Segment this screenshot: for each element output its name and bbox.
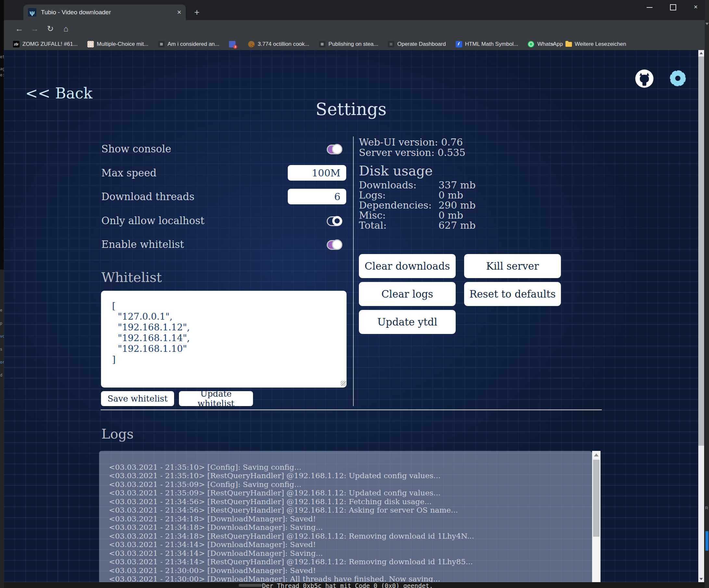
whitelist-heading: Whitelist [101,270,162,285]
unity-cube-dark-favicon-icon [388,41,394,47]
clear-downloads-button[interactable]: Clear downloads [359,254,456,278]
other-bookmarks-button[interactable]: Weitere Lesezeichen [566,41,626,47]
webui-version: Web-UI version: 0.76 [359,136,463,148]
page-scrollbar[interactable] [698,50,704,582]
bookmark-item[interactable]: Multiple-Choice mit... [87,41,149,47]
reset-to-defaults-button[interactable]: Reset to defaults [464,282,561,306]
bookmarks-divider [560,41,560,48]
window-maximize-button[interactable] [666,3,679,12]
browser-window: ψ Tubio - Video downloader × + × ← → ↻ ⌂… [4,0,705,582]
background-hscrollbar-thumb [239,584,262,587]
page-scrollbar-thumb[interactable] [698,56,704,446]
enable-whitelist-label: Enable whitelist [101,238,184,250]
code-fragment: p [0,321,2,326]
whitelist-textarea[interactable]: [ "127.0.0.1", "192.168.1.12", "192.168.… [101,291,346,388]
textarea-resize-handle[interactable] [341,381,346,386]
log-line: <03.03.2021 - 21:34:14> [DownloadManager… [109,540,316,549]
reload-button[interactable]: ↻ [45,24,56,33]
column-divider [353,136,354,406]
section-divider [101,409,602,410]
log-line: <03.03.2021 - 21:35:09> [Config]: Saving… [109,480,301,489]
bookmark-item[interactable]: 3 [229,41,238,47]
disk-row-logs: Logs:0 mb [359,189,515,201]
background-window-left-edge: et ag e: e p vo s or d [0,0,4,588]
bookmarks-bar: z0rZOMG ZUFALL! #61... Multiple-Choice m… [4,39,705,50]
back-button[interactable]: ← [14,24,25,33]
kill-server-button[interactable]: Kill server [464,254,561,278]
code-fragment: e [0,308,2,312]
tab-close-icon[interactable]: × [177,8,181,17]
cookie-favicon-icon [248,41,255,47]
log-line: <03.03.2021 - 21:35:10> [Config]: Saving… [109,463,301,472]
log-line: <03.03.2021 - 21:34:18> [DownloadManager… [109,515,316,523]
folder-icon [566,42,572,47]
log-line: <03.03.2021 - 21:34:18> [DownloadManager… [109,523,323,532]
bookmark-item[interactable]: 3.774 octillion cook... [248,41,309,47]
log-line: <03.03.2021 - 21:35:10> [RestQueryHandle… [109,471,440,480]
save-whitelist-button[interactable]: Save whitelist [101,391,174,406]
disk-row-total: Total:627 mb [359,220,515,231]
new-tab-button[interactable]: + [194,8,200,17]
unity-cube-favicon-icon [158,41,165,47]
window-minimize-button[interactable] [643,3,656,11]
page-scrollbar-down-arrow-icon[interactable] [700,578,703,580]
enable-whitelist-toggle[interactable] [327,240,342,250]
logs-scrollbar[interactable] [592,451,601,582]
clear-logs-button[interactable]: Clear logs [359,282,456,306]
server-version: Server version: 0.535 [359,147,466,158]
scroll-arrow-icon [705,23,709,25]
background-window-right-edge: R [705,0,709,588]
bookmark-item[interactable]: Am i considered an... [158,41,219,47]
download-threads-label: Download threads [101,191,194,202]
log-line: <03.03.2021 - 21:34:18> [RestQueryHandle… [109,532,474,541]
log-line: <03.03.2021 - 21:34:56> [RestQueryHandle… [109,506,458,515]
spiral-favicon-icon [87,41,94,47]
max-speed-input[interactable] [288,165,346,181]
disk-row-dependencies: Dependencies:290 mb [359,200,515,211]
only-allow-localhost-toggle[interactable] [327,216,342,226]
tubio-settings-page: << Back Settings Show console Max speed … [4,50,698,582]
unity-cube-favicon-icon [319,41,325,47]
vs-output-text: Der Thread 0xb5c hat mit Code 0 (0x0) ge… [262,582,433,588]
log-line: <03.03.2021 - 21:35:09> [RestQueryHandle… [109,489,440,497]
home-button[interactable]: ⌂ [60,24,72,33]
log-line: <03.03.2021 - 21:30:00> [DownloadManager… [109,566,316,575]
window-close-button[interactable]: × [689,3,702,11]
page-scrollbar-up-arrow-icon[interactable] [700,52,703,54]
max-speed-label: Max speed [101,167,157,179]
code-fragment: s [0,347,2,352]
update-ytdl-button[interactable]: Update ytdl [359,310,456,334]
tab-title: Tubio - Video downloader [41,9,174,16]
logs-heading: Logs [101,426,133,442]
disk-row-downloads: Downloads:337 mb [359,179,515,191]
show-console-toggle[interactable] [327,145,342,154]
blue-badge-favicon-icon: 3 [229,41,235,47]
github-icon[interactable] [635,70,654,88]
code-fragment: d [0,373,2,378]
whatsapp-favicon-icon [528,41,534,47]
browser-tab[interactable]: ψ Tubio - Video downloader × [23,4,186,20]
z0r-favicon-icon: z0r [13,41,20,47]
bookmark-item[interactable]: Publishing on stea... [319,41,378,47]
logs-scrollbar-up-arrow-icon[interactable] [594,454,599,456]
bookmark-item[interactable]: Operate Dashboard [388,41,446,47]
bookmarks-overflow-chevron[interactable]: » [551,41,555,48]
disk-row-misc: Misc:0 mb [359,209,515,221]
math-lightning-favicon-icon [456,41,462,47]
log-line: <03.03.2021 - 21:34:56> [RestQueryHandle… [109,497,431,506]
settings-gear-icon[interactable] [668,69,687,88]
logs-scrollbar-thumb[interactable] [593,460,600,537]
only-allow-localhost-label: Only allow localhost [101,215,204,226]
bookmark-item[interactable]: z0rZOMG ZUFALL! #61... [13,41,78,47]
log-line: <03.03.2021 - 21:34:14> [RestQueryHandle… [109,558,473,566]
browser-toolbar: ← → ↻ ⌂ ⚠ Nicht sicher 192.168.1.12 :696… [4,20,705,39]
vs-blue-icon [705,531,708,551]
forward-button[interactable]: → [29,24,40,33]
download-threads-input[interactable] [288,189,346,204]
update-whitelist-button[interactable]: Update whitelist [179,391,253,406]
bookmark-item[interactable]: HTML Math Symbol... [456,41,518,47]
log-line: <03.03.2021 - 21:34:14> [DownloadManager… [109,549,323,558]
tubio-favicon-icon: ψ [28,8,36,17]
disk-usage-heading: Disk usage [359,163,432,179]
background-window-bottom-edge: Der Thread 0xb5c hat mit Code 0 (0x0) ge… [4,582,705,588]
